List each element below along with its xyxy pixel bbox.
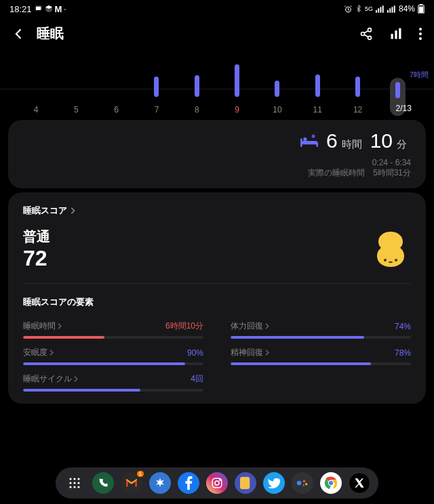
share-icon[interactable] xyxy=(359,27,373,41)
svg-point-39 xyxy=(297,481,302,486)
score-section-link[interactable]: 睡眠スコア xyxy=(23,205,411,217)
svg-point-37 xyxy=(215,481,219,485)
svg-rect-7 xyxy=(389,8,391,13)
svg-rect-21 xyxy=(316,142,318,147)
svg-point-22 xyxy=(303,138,307,141)
chrome-app-icon[interactable] xyxy=(320,472,342,494)
alarm-icon xyxy=(344,5,353,14)
facebook-app-icon[interactable] xyxy=(178,472,199,494)
app-drawer-icon[interactable] xyxy=(64,472,85,494)
chart-bar[interactable]: 4 xyxy=(19,97,53,101)
svg-rect-3 xyxy=(378,8,379,13)
svg-rect-14 xyxy=(395,30,397,39)
svg-point-31 xyxy=(73,482,75,484)
svg-rect-5 xyxy=(382,5,384,12)
svg-rect-19 xyxy=(302,141,317,144)
svg-point-29 xyxy=(77,478,79,480)
chart-bar[interactable]: 6 xyxy=(100,97,134,101)
chart-bar[interactable]: 5 xyxy=(59,97,93,101)
hours-value: 6 xyxy=(326,129,338,152)
status-right: 5G 84% xyxy=(344,4,425,14)
factors-title: 睡眠スコアの要素 xyxy=(23,296,411,308)
svg-rect-11 xyxy=(420,4,422,5)
svg-point-16 xyxy=(419,28,422,30)
app-header: 睡眠 xyxy=(0,18,434,52)
bluetooth-icon xyxy=(355,5,362,14)
svg-rect-13 xyxy=(391,34,393,39)
x-app-icon[interactable] xyxy=(349,472,370,494)
clock: 18:21 xyxy=(9,4,32,14)
twitter-app-icon[interactable] xyxy=(263,472,285,494)
svg-rect-26 xyxy=(389,261,393,263)
network-label: 5G xyxy=(365,5,373,12)
sleep-avatar xyxy=(370,229,411,270)
score-value-block: 普通 72 xyxy=(23,228,50,271)
svg-rect-8 xyxy=(391,7,393,12)
more-icon[interactable] xyxy=(419,28,422,40)
svg-point-35 xyxy=(77,486,79,488)
sleep-duration-row: 6 時間 10 分 xyxy=(23,129,411,152)
stats-icon[interactable] xyxy=(389,27,403,41)
factor-row[interactable]: 体力回復 74% xyxy=(231,320,411,339)
svg-rect-15 xyxy=(399,28,401,39)
time-range: 0:24 - 6:34 xyxy=(23,158,411,167)
factor-row[interactable]: 睡眠サイクル 4回 xyxy=(23,373,203,392)
svg-point-41 xyxy=(305,483,307,485)
app-dock: 1 xyxy=(56,467,378,499)
galaxy-app-icon[interactable] xyxy=(149,472,171,494)
gmail-app-icon[interactable]: 1 xyxy=(121,472,142,494)
battery-icon xyxy=(418,4,425,14)
signal-icon xyxy=(376,5,384,13)
chart-bar[interactable]: 11 xyxy=(300,75,334,101)
bed-icon xyxy=(300,133,318,148)
page-title: 睡眠 xyxy=(37,24,64,43)
factor-row[interactable]: 安眠度 90% xyxy=(23,347,203,365)
signal-icon-2 xyxy=(387,5,396,13)
hours-unit: 時間 xyxy=(342,138,362,151)
sleep-bar-chart[interactable]: 7時間 4567891011122/13 xyxy=(0,55,434,116)
svg-point-40 xyxy=(302,480,305,483)
svg-point-18 xyxy=(419,37,422,40)
score-number: 72 xyxy=(23,246,50,271)
status-left: 18:21 M • xyxy=(9,4,66,14)
minutes-unit: 分 xyxy=(397,138,407,151)
svg-point-23 xyxy=(311,134,315,138)
svg-point-42 xyxy=(302,484,304,486)
chart-bar[interactable]: 9 xyxy=(220,64,254,101)
svg-rect-6 xyxy=(387,9,389,12)
svg-point-33 xyxy=(69,486,71,488)
svg-point-28 xyxy=(73,478,75,480)
minutes-value: 10 xyxy=(370,129,393,152)
svg-point-32 xyxy=(77,482,79,484)
score-card: 睡眠スコア 普通 72 睡眠スコアの要素 睡眠時間 6時間10分体力回復 74%… xyxy=(8,192,426,404)
instagram-app-icon[interactable] xyxy=(206,472,228,494)
notes-app-icon[interactable] xyxy=(235,472,256,494)
svg-point-34 xyxy=(73,486,75,488)
back-icon[interactable] xyxy=(12,27,26,41)
svg-rect-9 xyxy=(394,5,395,12)
actual-sleep: 実際の睡眠時間 5時間31分 xyxy=(23,167,411,179)
chevron-right-icon xyxy=(70,207,75,214)
chart-bar[interactable]: 12 xyxy=(341,77,375,101)
svg-point-24 xyxy=(384,259,387,261)
chart-bar[interactable]: 8 xyxy=(180,75,214,101)
svg-rect-0 xyxy=(36,7,41,10)
factor-row[interactable]: 睡眠時間 6時間10分 xyxy=(23,320,203,339)
svg-point-17 xyxy=(419,33,422,35)
svg-rect-2 xyxy=(376,9,377,12)
battery-label: 84% xyxy=(399,4,415,14)
svg-rect-20 xyxy=(300,139,302,147)
summary-card: 6 時間 10 分 0:24 - 6:34 実際の睡眠時間 5時間31分 xyxy=(8,120,426,188)
phone-app-icon[interactable] xyxy=(92,472,114,494)
chart-bar[interactable]: 7 xyxy=(140,77,174,101)
svg-point-38 xyxy=(220,480,221,481)
factor-row[interactable]: 精神回復 78% xyxy=(231,347,411,365)
assistant-app-icon[interactable] xyxy=(292,472,313,494)
score-label: 普通 xyxy=(23,228,50,246)
chart-bar[interactable]: 10 xyxy=(260,81,294,101)
svg-point-25 xyxy=(395,259,397,261)
status-left-icons: M • xyxy=(35,4,66,14)
svg-point-30 xyxy=(69,482,71,484)
svg-rect-12 xyxy=(419,7,423,13)
gmail-badge: 1 xyxy=(137,471,144,477)
